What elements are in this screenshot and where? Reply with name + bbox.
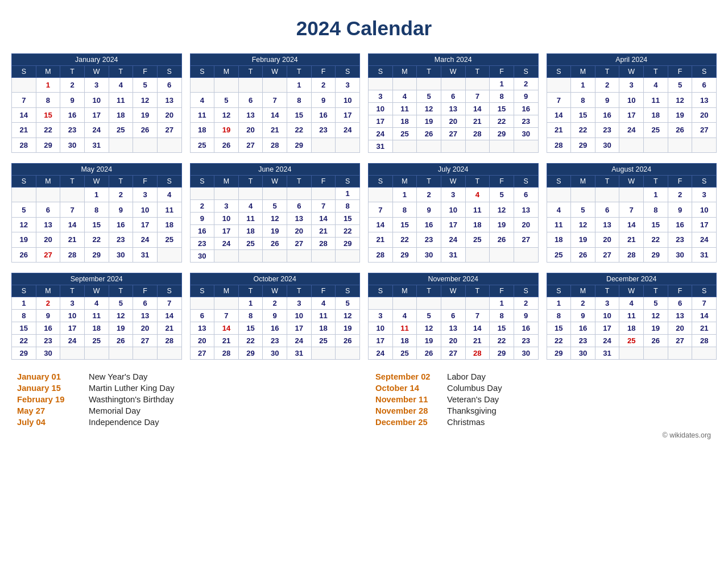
day-cell: 22 bbox=[490, 335, 514, 347]
day-cell: 5 bbox=[336, 297, 360, 310]
day-cell: 15 bbox=[287, 107, 312, 122]
day-cell: 29 bbox=[547, 347, 571, 360]
month-header: December 2024 bbox=[547, 273, 717, 285]
day-cell: 13 bbox=[595, 217, 619, 232]
day-cell: 7 bbox=[311, 200, 336, 213]
day-cell bbox=[214, 188, 239, 200]
day-cell: 20 bbox=[692, 107, 717, 122]
day-header: S bbox=[547, 176, 571, 188]
day-cell: 23 bbox=[514, 335, 538, 347]
day-cell: 15 bbox=[36, 107, 60, 122]
day-cell: 4 bbox=[465, 188, 490, 202]
day-cell: 25 bbox=[190, 138, 214, 152]
day-cell: 4 bbox=[190, 93, 214, 107]
day-cell: 31 bbox=[287, 347, 312, 360]
day-header: W bbox=[84, 66, 109, 78]
day-cell: 6 bbox=[595, 202, 619, 217]
day-header: W bbox=[84, 176, 109, 188]
day-header: T bbox=[109, 176, 133, 188]
day-cell: 22 bbox=[12, 335, 36, 347]
day-header: T bbox=[595, 66, 619, 78]
day-cell: 2 bbox=[311, 78, 336, 93]
day-cell: 11 bbox=[311, 310, 336, 322]
day-header: S bbox=[514, 285, 538, 297]
day-cell bbox=[263, 188, 287, 200]
day-header: S bbox=[336, 285, 360, 297]
day-header: M bbox=[571, 66, 595, 78]
day-cell: 18 bbox=[547, 232, 571, 247]
day-cell: 16 bbox=[109, 217, 133, 232]
day-cell bbox=[644, 138, 668, 152]
day-header: F bbox=[311, 66, 336, 78]
day-cell: 18 bbox=[84, 322, 109, 335]
day-cell: 25 bbox=[465, 232, 490, 247]
day-cell: 24 bbox=[369, 128, 393, 140]
day-cell bbox=[238, 250, 263, 263]
day-cell: 22 bbox=[490, 115, 514, 128]
day-cell: 10 bbox=[287, 310, 312, 322]
day-cell: 29 bbox=[392, 247, 417, 262]
day-cell: 1 bbox=[392, 188, 417, 202]
day-cell: 10 bbox=[619, 93, 644, 107]
day-cell: 22 bbox=[547, 335, 571, 347]
day-cell: 29 bbox=[84, 247, 109, 262]
day-cell: 30 bbox=[263, 347, 287, 360]
day-cell: 28 bbox=[692, 335, 717, 347]
day-cell: 24 bbox=[287, 335, 312, 347]
day-cell: 10 bbox=[336, 93, 360, 107]
day-cell: 7 bbox=[214, 310, 239, 322]
day-cell: 30 bbox=[190, 250, 214, 263]
day-cell: 8 bbox=[490, 90, 514, 103]
day-cell: 25 bbox=[392, 347, 417, 360]
day-cell: 28 bbox=[311, 238, 336, 250]
day-header: S bbox=[336, 176, 360, 188]
day-cell: 24 bbox=[441, 232, 465, 247]
day-cell: 18 bbox=[619, 322, 644, 335]
holiday-date: May 27 bbox=[17, 406, 80, 415]
day-cell: 29 bbox=[287, 138, 312, 152]
day-cell: 11 bbox=[238, 213, 263, 225]
day-cell: 14 bbox=[692, 310, 717, 322]
day-header: M bbox=[571, 176, 595, 188]
day-cell bbox=[392, 140, 417, 153]
day-header: F bbox=[668, 66, 692, 78]
day-cell: 15 bbox=[84, 217, 109, 232]
day-cell: 15 bbox=[392, 217, 417, 232]
day-cell: 27 bbox=[157, 123, 181, 138]
day-cell: 6 bbox=[692, 78, 717, 93]
day-cell: 29 bbox=[571, 138, 595, 152]
day-cell: 24 bbox=[60, 335, 85, 347]
day-cell: 23 bbox=[595, 123, 619, 138]
day-cell bbox=[263, 78, 287, 93]
day-header: F bbox=[490, 176, 514, 188]
day-cell: 27 bbox=[190, 347, 214, 360]
day-cell: 18 bbox=[311, 322, 336, 335]
day-cell: 2 bbox=[514, 297, 538, 310]
day-cell: 9 bbox=[514, 90, 538, 103]
day-cell: 7 bbox=[157, 297, 181, 310]
day-cell: 25 bbox=[311, 335, 336, 347]
holiday-row: May 27Memorial Day bbox=[17, 405, 353, 417]
day-cell: 6 bbox=[668, 297, 692, 310]
day-cell: 1 bbox=[12, 297, 36, 310]
day-header: M bbox=[36, 285, 60, 297]
day-cell: 2 bbox=[417, 188, 441, 202]
day-cell: 26 bbox=[336, 335, 360, 347]
day-cell bbox=[214, 250, 239, 263]
day-cell bbox=[547, 78, 571, 93]
day-cell: 21 bbox=[619, 232, 644, 247]
day-cell: 20 bbox=[441, 335, 465, 347]
holiday-row: October 14Columbus Day bbox=[375, 382, 711, 394]
day-cell bbox=[60, 188, 85, 202]
day-header: T bbox=[109, 285, 133, 297]
day-cell: 19 bbox=[12, 232, 36, 247]
day-cell: 16 bbox=[36, 322, 60, 335]
day-header: T bbox=[60, 285, 85, 297]
day-header: F bbox=[133, 176, 158, 188]
day-cell bbox=[441, 140, 465, 153]
day-cell: 24 bbox=[595, 335, 619, 347]
day-cell: 15 bbox=[547, 322, 571, 335]
day-header: M bbox=[214, 285, 239, 297]
day-header: T bbox=[465, 285, 490, 297]
day-cell: 28 bbox=[619, 247, 644, 262]
